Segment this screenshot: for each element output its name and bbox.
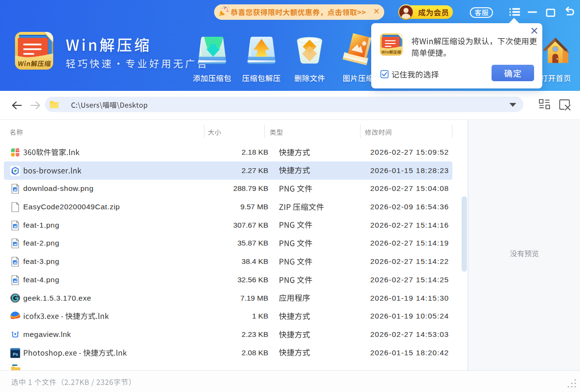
svg-text:1: 1 xyxy=(17,148,18,150)
svg-text:Ps: Ps xyxy=(13,351,18,356)
